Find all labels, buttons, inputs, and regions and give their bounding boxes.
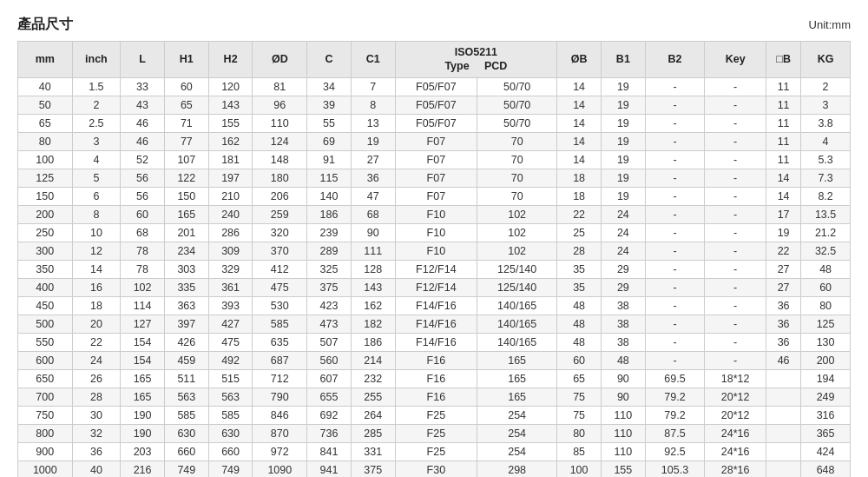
cell-OD: 148 [253,150,307,169]
cell-sqB: 19 [766,223,801,242]
cell-L: 216 [121,460,165,477]
cell-iso-type: F16 [395,388,477,406]
cell-L: 56 [121,187,165,205]
cell-OB: 14 [557,150,602,169]
cell-H2: 197 [208,169,253,187]
cell-H2: 240 [208,205,253,223]
cell-iso-pcd: 140/165 [477,333,557,351]
cell-B1: 110 [601,424,645,442]
cell-B2: 92.5 [645,442,704,460]
cell-B2: - [645,96,704,114]
col-KG: KG [801,42,851,78]
cell-KG: 648 [801,460,851,477]
col-H2: H2 [208,42,253,78]
cell-inch: 2 [72,96,121,114]
cell-B2: - [645,223,704,242]
cell-C1: 13 [351,114,395,132]
cell-OD: 712 [253,369,307,388]
cell-KG: 3 [801,96,851,114]
cell-C1: 27 [351,150,395,169]
cell-H1: 585 [164,406,208,424]
cell-L: 154 [121,351,165,369]
cell-OB: 14 [557,96,602,114]
cell-mm: 800 [18,424,73,442]
cell-Key: - [705,260,766,278]
cell-H1: 150 [164,187,208,205]
cell-H2: 749 [208,460,253,477]
cell-H2: 361 [208,278,253,296]
cell-H2: 162 [208,132,253,150]
cell-C1: 68 [351,205,395,223]
cell-iso-pcd: 70 [477,187,557,205]
cell-H1: 363 [164,296,208,315]
cell-C1: 162 [351,296,395,315]
cell-C: 655 [307,388,352,406]
cell-B2: - [645,77,704,96]
cell-C: 186 [307,205,352,223]
cell-Key: - [705,296,766,315]
cell-B2: - [645,278,704,296]
cell-B2: - [645,114,704,132]
cell-H1: 459 [164,351,208,369]
cell-C: 34 [307,77,352,96]
table-row: 50020127397427585473182F14/F16140/165483… [18,315,851,333]
cell-inch: 5 [72,169,121,187]
cell-mm: 50 [18,96,73,114]
cell-B1: 48 [601,351,645,369]
cell-OD: 972 [253,442,307,460]
cell-inch: 18 [72,296,121,315]
cell-C1: 232 [351,369,395,388]
cell-H2: 515 [208,369,253,388]
cell-OB: 35 [557,260,602,278]
cell-iso-pcd: 102 [477,205,557,223]
cell-sqB [766,388,801,406]
cell-mm: 400 [18,278,73,296]
cell-OB: 48 [557,315,602,333]
cell-Key: - [705,77,766,96]
cell-H1: 165 [164,205,208,223]
cell-OD: 475 [253,278,307,296]
cell-mm: 700 [18,388,73,406]
cell-H2: 585 [208,406,253,424]
cell-Key: - [705,278,766,296]
cell-L: 154 [121,333,165,351]
cell-OD: 412 [253,260,307,278]
table-row: 45018114363393530423162F14/F16140/165483… [18,296,851,315]
table-row: 3501478303329412325128F12/F14125/1403529… [18,260,851,278]
cell-L: 102 [121,278,165,296]
cell-inch: 14 [72,260,121,278]
cell-iso-type: F16 [395,351,477,369]
cell-mm: 1000 [18,460,73,477]
cell-Key: 24*16 [705,442,766,460]
cell-Key: 24*16 [705,424,766,442]
cell-mm: 200 [18,205,73,223]
cell-inch: 6 [72,187,121,205]
cell-inch: 40 [72,460,121,477]
cell-H1: 660 [164,442,208,460]
cell-iso-pcd: 50/70 [477,77,557,96]
cell-OB: 25 [557,223,602,242]
cell-sqB: 11 [766,96,801,114]
cell-B1: 19 [601,150,645,169]
cell-mm: 450 [18,296,73,315]
cell-B1: 29 [601,260,645,278]
cell-B2: - [645,205,704,223]
cell-C: 91 [307,150,352,169]
cell-iso-pcd: 70 [477,132,557,150]
cell-OB: 14 [557,132,602,150]
cell-B2: 87.5 [645,424,704,442]
cell-inch: 2.5 [72,114,121,132]
unit-label: Unit:mm [809,18,851,31]
cell-Key: - [705,333,766,351]
table-row: 15065615021020614047F07701819--148.2 [18,187,851,205]
cell-L: 52 [121,150,165,169]
cell-L: 33 [121,77,165,96]
col-C1: C1 [351,42,395,78]
cell-sqB: 36 [766,315,801,333]
cell-H2: 393 [208,296,253,315]
page-header: 產品尺寸 Unit:mm [17,16,851,34]
cell-H1: 563 [164,388,208,406]
cell-mm: 300 [18,242,73,260]
cell-KG: 130 [801,333,851,351]
cell-iso-pcd: 50/70 [477,114,557,132]
